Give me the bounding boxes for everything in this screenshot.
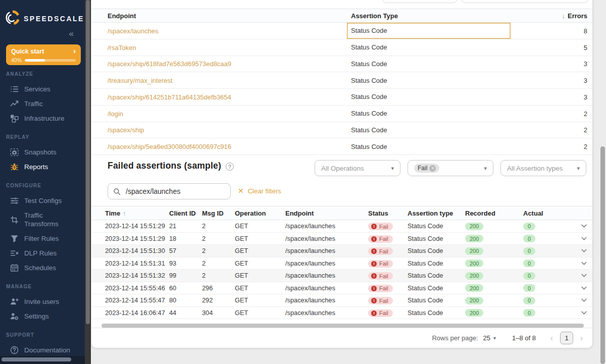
endpoint-search-box[interactable] xyxy=(108,183,231,199)
sidebar-item-snapshots[interactable]: Snapshots xyxy=(0,145,85,160)
col-recorded[interactable]: Recorded xyxy=(465,210,523,217)
col-time[interactable]: Time↑ xyxy=(105,210,169,217)
cell-time: 2023-12-14 15:51:29 xyxy=(105,222,169,230)
assertion-type-cell[interactable]: Status Code xyxy=(347,106,511,122)
endpoint-link[interactable]: /treasury/max_interest xyxy=(108,77,173,84)
next-page-button[interactable]: › xyxy=(576,332,587,344)
endpoint-link[interactable]: /spacex/ship/618fad7e563d69573ed8caa9 xyxy=(108,60,231,68)
sidebar-item-test-configs[interactable]: Test Configs xyxy=(0,193,85,208)
previous-page-button[interactable]: ‹ xyxy=(546,332,558,344)
cell-operation: GET xyxy=(235,272,285,279)
detail-table-row[interactable]: 2023-12-14 15:51:32992GET/spacex/launche… xyxy=(91,270,592,282)
page-vertical-scrollbar[interactable] xyxy=(600,146,605,364)
assertion-type-cell[interactable]: Status Code xyxy=(347,89,511,105)
quickstart-card[interactable]: Quick start › 40% xyxy=(6,44,81,65)
clear-filters-button[interactable]: ✕ Clear filters xyxy=(238,187,281,195)
rows-per-page-select[interactable]: 25 ▾ xyxy=(483,334,496,342)
summary-table-row[interactable]: /spacex/ship/618fad7e563d69573ed8caa9Sta… xyxy=(91,56,592,73)
endpoint-link[interactable]: /rsaToken xyxy=(108,43,136,51)
infrastructure-icon xyxy=(10,114,19,123)
assertion-types-filter-select[interactable]: All Assertion types ▾ xyxy=(500,160,586,176)
row-expand-icon[interactable] xyxy=(575,247,587,254)
detail-table-row[interactable]: 2023-12-14 15:51:31932GET/spacex/launche… xyxy=(91,257,592,270)
summary-table-row[interactable]: /treasury/max_interestStatus Code3 xyxy=(91,72,592,89)
row-expand-icon[interactable] xyxy=(575,235,587,242)
cell-assertion-type: Status Code xyxy=(408,235,465,242)
assertion-type-cell[interactable]: Status Code xyxy=(347,39,511,56)
sidebar-item-label: Documentation xyxy=(24,346,70,354)
detail-table-row[interactable]: 2023-12-14 15:55:4660296GET/spacex/launc… xyxy=(91,282,592,295)
cutoff-filter-control-2[interactable] xyxy=(461,0,589,3)
remove-chip-icon[interactable]: × xyxy=(429,165,436,172)
sidebar-item-infrastructure[interactable]: Infrastructure xyxy=(0,111,85,126)
summary-table-row[interactable]: /spacex/ship/5ea6ed30080df4000697c916Sta… xyxy=(91,138,592,155)
col-operation[interactable]: Operation xyxy=(235,210,285,217)
assertion-type-cell[interactable]: Status Code xyxy=(347,138,511,154)
detail-table-row[interactable]: 2023-12-14 16:06:4744304GET/spacex/launc… xyxy=(91,307,592,320)
detail-table-row[interactable]: 2023-12-14 15:51:30572GET/spacex/launche… xyxy=(91,245,592,257)
endpoint-link[interactable]: /login xyxy=(108,110,123,117)
sidebar-item-traffic-transforms[interactable]: Traffic Transforms xyxy=(0,208,85,231)
chevron-down-icon: ▾ xyxy=(391,165,394,172)
assertion-type-cell[interactable]: Status Code xyxy=(347,122,511,138)
summary-table-row[interactable]: /spacex/shipStatus Code2 xyxy=(91,122,592,139)
endpoint-link[interactable]: /spacex/ship xyxy=(108,126,144,134)
detail-table-row[interactable]: 2023-12-14 15:55:4780292GET/spacex/launc… xyxy=(91,294,592,307)
table-horizontal-scrollbar[interactable] xyxy=(102,324,584,328)
row-expand-icon[interactable] xyxy=(575,223,587,229)
col-client-id[interactable]: Client ID xyxy=(169,210,202,217)
sidebar-item-filter-rules[interactable]: Filter Rules xyxy=(0,231,85,246)
search-input[interactable] xyxy=(125,187,225,196)
fail-icon: ! xyxy=(371,236,377,242)
summary-table-row[interactable]: /spacex/ship/614251b711a64135defb3654Sta… xyxy=(91,89,592,106)
detail-table-row[interactable]: 2023-12-14 15:51:29212GET/spacex/launche… xyxy=(91,220,592,233)
row-expand-icon[interactable] xyxy=(575,285,587,291)
cell-endpoint: /spacex/launches xyxy=(285,235,368,242)
sidebar-item-invite-users[interactable]: Invite users xyxy=(0,294,85,309)
sidebar-item-services[interactable]: Services xyxy=(0,82,85,96)
row-expand-icon[interactable] xyxy=(575,297,587,303)
pagination-bar: Rows per page: 25 ▾ 1–8 of 8 ‹ 1 › xyxy=(91,328,592,348)
sidebar-item-settings[interactable]: Settings xyxy=(0,309,85,324)
col-endpoint[interactable]: Endpoint xyxy=(285,210,368,217)
assertion-type-cell[interactable]: Status Code xyxy=(347,72,511,88)
cell-actual: 0 xyxy=(523,235,575,243)
collapse-sidebar-button[interactable]: « xyxy=(69,29,74,39)
col-status[interactable]: Status xyxy=(368,210,408,217)
cell-recorded: 200 xyxy=(465,309,523,317)
question-icon xyxy=(10,346,19,354)
sidebar-item-reports[interactable]: 0Reports xyxy=(0,160,85,174)
summary-col-endpoint[interactable]: Endpoint xyxy=(108,12,136,20)
status-filter-select[interactable]: Fail × ▾ xyxy=(408,160,493,176)
row-expand-icon[interactable] xyxy=(575,272,587,279)
sidebar-item-documentation[interactable]: Documentation xyxy=(0,343,85,357)
summary-col-assertion-type[interactable]: Assertion Type xyxy=(351,12,398,20)
sidebar-horizontal-scrollbar[interactable] xyxy=(2,357,71,361)
assertion-type-cell[interactable]: Status Code xyxy=(347,56,511,72)
endpoint-link[interactable]: /spacex/launches xyxy=(108,27,158,34)
sidebar-item-dlp-rules[interactable]: DLP Rules xyxy=(0,246,85,261)
row-expand-icon[interactable] xyxy=(575,309,587,316)
col-actual[interactable]: Actual xyxy=(523,210,575,217)
col-assertion-type[interactable]: Assertion type xyxy=(408,210,465,217)
cutoff-filter-control-1[interactable] xyxy=(382,0,458,3)
row-expand-icon[interactable] xyxy=(575,260,587,267)
endpoint-link[interactable]: /spacex/ship/614251b711a64135defb3654 xyxy=(108,93,231,100)
summary-table-row[interactable]: /loginStatus Code2 xyxy=(91,106,592,122)
col-msg-id[interactable]: Msg ID xyxy=(202,210,235,217)
summary-table-row[interactable]: /rsaTokenStatus Code5 xyxy=(91,39,592,56)
page-number-button[interactable]: 1 xyxy=(560,332,573,344)
endpoint-link[interactable]: /spacex/ship/5ea6ed30080df4000697c916 xyxy=(108,143,231,150)
actual-badge: 0 xyxy=(523,309,535,317)
summary-col-errors[interactable]: ↓ Errors xyxy=(562,12,587,20)
sidebar-item-label: Test Configs xyxy=(24,196,62,205)
sidebar-vertical-scrollbar[interactable] xyxy=(86,0,90,324)
help-icon[interactable]: ? xyxy=(226,163,234,171)
assertion-type-cell-selected[interactable]: Status Code xyxy=(347,23,511,39)
cell-time: 2023-12-14 15:51:30 xyxy=(105,247,169,254)
operations-filter-select[interactable]: All Operations ▾ xyxy=(315,160,400,176)
summary-table-row[interactable]: /spacex/launchesStatus Code8 xyxy=(91,23,592,39)
sidebar-item-schedules[interactable]: Schedules xyxy=(0,261,85,275)
detail-table-row[interactable]: 2023-12-14 15:51:29182GET/spacex/launche… xyxy=(91,233,592,245)
sidebar-item-traffic[interactable]: Traffic xyxy=(0,96,85,111)
